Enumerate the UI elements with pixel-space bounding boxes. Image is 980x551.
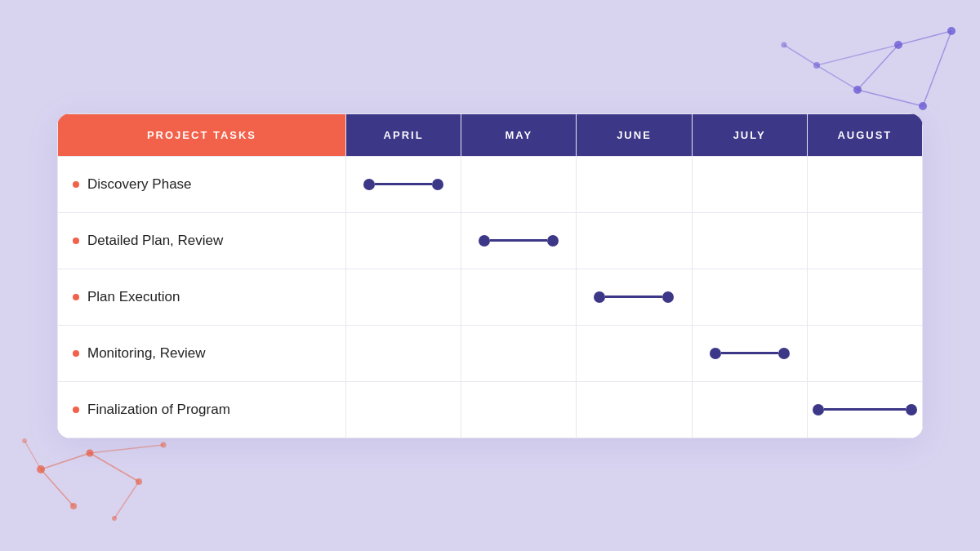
bar-start-circle <box>594 291 605 303</box>
gantt-cell-4-july <box>692 325 807 381</box>
task-dot-4 <box>73 350 79 357</box>
svg-line-21 <box>90 453 139 482</box>
svg-line-11 <box>784 45 817 65</box>
bar-line <box>490 239 547 242</box>
svg-line-20 <box>41 453 90 469</box>
bar-line <box>605 295 662 298</box>
task-dot-5 <box>73 407 79 413</box>
task-dot-1 <box>73 181 79 188</box>
svg-line-22 <box>41 469 74 506</box>
bar-start-circle <box>813 404 824 415</box>
table-row: Plan Execution <box>58 269 923 325</box>
bar-start-circle <box>363 179 375 190</box>
gantt-table: PROJECT TASKS APRIL MAY JUNE JULY AUGUST… <box>57 113 923 438</box>
gantt-cell-1-july <box>692 156 807 212</box>
gantt-cell-2-june <box>577 212 692 269</box>
bar-start-circle <box>479 235 490 247</box>
task-name-3: Plan Execution <box>87 289 180 305</box>
gantt-cell-5-july <box>692 381 807 438</box>
col-header-april: APRIL <box>346 113 461 156</box>
gantt-cell-1-june <box>577 156 692 212</box>
task-name-2: Detailed Plan, Review <box>87 233 223 249</box>
svg-point-13 <box>37 465 45 473</box>
gantt-cell-1-april <box>346 156 461 212</box>
col-header-july: JULY <box>692 113 807 156</box>
task-name-4: Monitoring, Review <box>87 345 206 362</box>
gantt-cell-3-june <box>577 269 692 325</box>
bar-end-circle <box>432 179 443 190</box>
gantt-cell-5-may <box>461 381 577 438</box>
svg-point-15 <box>136 478 142 485</box>
svg-line-25 <box>24 441 41 469</box>
col-header-may: MAY <box>461 113 577 156</box>
gantt-cell-4-june <box>577 325 692 381</box>
gantt-cell-1-august <box>807 156 922 212</box>
svg-line-7 <box>858 45 898 90</box>
svg-point-17 <box>161 442 167 448</box>
svg-line-12 <box>817 45 898 65</box>
gantt-cell-4-may <box>461 325 577 381</box>
gantt-cell-2-april <box>346 212 461 269</box>
svg-point-0 <box>894 41 902 49</box>
svg-point-4 <box>813 62 820 69</box>
bar-end-circle <box>778 348 790 359</box>
task-cell-2: Detailed Plan, Review <box>58 212 346 269</box>
svg-line-6 <box>898 31 951 45</box>
svg-point-1 <box>947 27 956 35</box>
gantt-cell-1-may <box>461 156 577 212</box>
col-header-august: AUGUST <box>807 113 922 156</box>
gantt-cell-2-august <box>807 212 922 269</box>
col-header-tasks: PROJECT TASKS <box>58 113 346 156</box>
bar-start-circle <box>710 348 721 359</box>
table-row: Monitoring, Review <box>58 325 923 381</box>
bar-line <box>375 183 432 185</box>
gantt-cell-2-may <box>461 212 577 269</box>
gantt-cell-5-june <box>577 381 692 438</box>
bar-end-circle <box>662 291 674 303</box>
gantt-cell-5-april <box>346 381 461 438</box>
task-name-1: Discovery Phase <box>87 176 192 193</box>
task-cell-1: Discovery Phase <box>58 156 346 212</box>
svg-point-19 <box>22 438 27 443</box>
col-header-june: JUNE <box>577 113 692 156</box>
gantt-cell-3-april <box>346 269 461 325</box>
bar-end-circle <box>906 404 917 415</box>
task-name-5: Finalization of Program <box>87 402 230 418</box>
table-row: Discovery Phase <box>58 156 923 212</box>
gantt-card: PROJECT TASKS APRIL MAY JUNE JULY AUGUST… <box>57 113 923 438</box>
task-dot-2 <box>73 238 79 244</box>
table-row: Finalization of Program <box>58 381 923 438</box>
svg-point-2 <box>853 86 862 94</box>
task-cell-5: Finalization of Program <box>58 381 346 438</box>
gantt-cell-4-april <box>346 325 461 381</box>
svg-line-9 <box>858 90 923 106</box>
svg-point-5 <box>782 42 787 48</box>
table-row: Detailed Plan, Review <box>58 212 923 269</box>
task-cell-3: Plan Execution <box>58 269 346 325</box>
bar-line <box>824 408 906 411</box>
svg-line-8 <box>923 31 951 106</box>
gantt-cell-2-july <box>692 212 807 269</box>
bar-end-circle <box>547 235 559 247</box>
svg-line-10 <box>817 65 858 90</box>
svg-line-23 <box>90 445 163 453</box>
svg-point-14 <box>87 450 94 457</box>
task-cell-4: Monitoring, Review <box>58 325 346 381</box>
svg-point-16 <box>70 503 77 509</box>
task-dot-3 <box>73 294 79 300</box>
gantt-cell-3-july <box>692 269 807 325</box>
gantt-cell-3-may <box>461 269 577 325</box>
svg-line-24 <box>114 482 139 518</box>
gantt-cell-5-august <box>807 381 922 438</box>
svg-point-18 <box>112 516 117 521</box>
gantt-cell-4-august <box>807 325 922 381</box>
svg-point-3 <box>919 102 927 110</box>
gantt-cell-3-august <box>807 269 922 325</box>
bar-line <box>721 352 778 354</box>
